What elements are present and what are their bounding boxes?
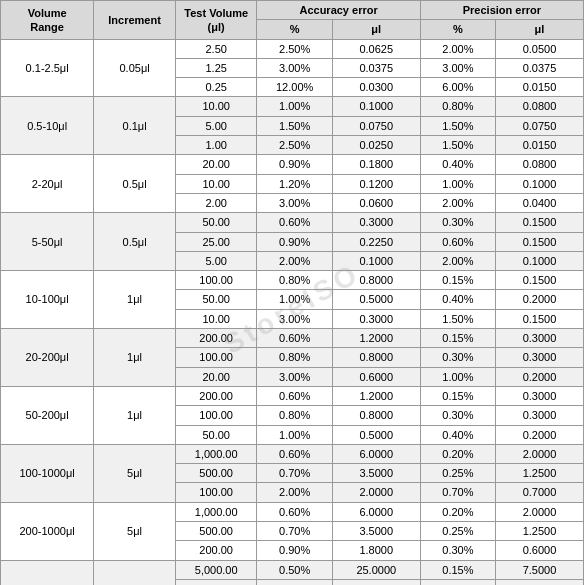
pre-ul-cell: 0.2000 xyxy=(496,290,584,309)
acc-pct-cell: 0.90% xyxy=(257,541,332,560)
increment-cell: 0.05μl xyxy=(94,39,176,97)
acc-pct-cell: 0.50% xyxy=(257,560,332,579)
volume-cell: 1,000.00 xyxy=(175,502,257,521)
pre-pct-cell: 2.00% xyxy=(420,251,495,270)
volume-cell: 200.00 xyxy=(175,541,257,560)
volume-cell: 5.00 xyxy=(175,116,257,135)
acc-ul-cell: 0.1000 xyxy=(332,97,420,116)
pre-ul-cell: 7.5000 xyxy=(496,579,584,585)
pre-ul-cell: 0.0800 xyxy=(496,97,584,116)
pre-pct-cell: 0.20% xyxy=(420,502,495,521)
pre-pct-cell: 2.00% xyxy=(420,39,495,58)
volume-cell: 10.00 xyxy=(175,97,257,116)
pre-pct-cell: 0.40% xyxy=(420,425,495,444)
table-row: 10-100μl1μl100.000.80%0.80000.15%0.1500 xyxy=(1,271,584,290)
acc-pct-cell: 3.00% xyxy=(257,58,332,77)
acc-ul-cell: 0.8000 xyxy=(332,406,420,425)
pre-pct-cell: 0.30% xyxy=(420,348,495,367)
range-cell: 100-1000μl xyxy=(1,444,94,502)
header-volume-range: Volume Range xyxy=(1,1,94,40)
volume-cell: 50.00 xyxy=(175,213,257,232)
pre-ul-cell: 2.0000 xyxy=(496,502,584,521)
acc-ul-cell: 6.0000 xyxy=(332,444,420,463)
acc-pct-cell: 0.60% xyxy=(257,213,332,232)
pre-pct-cell: 1.50% xyxy=(420,309,495,328)
acc-pct-cell: 1.00% xyxy=(257,425,332,444)
range-cell: 5-50μl xyxy=(1,213,94,271)
pre-pct-cell: 0.60% xyxy=(420,232,495,251)
pre-pct-cell: 1.00% xyxy=(420,174,495,193)
pre-pct-cell: 6.00% xyxy=(420,78,495,97)
acc-pct-cell: 2.00% xyxy=(257,483,332,502)
pre-ul-cell: 7.5000 xyxy=(496,560,584,579)
volume-cell: 100.00 xyxy=(175,483,257,502)
pre-pct-cell: 0.80% xyxy=(420,97,495,116)
volume-cell: 100.00 xyxy=(175,348,257,367)
acc-ul-cell: 1.2000 xyxy=(332,329,420,348)
acc-pct-cell: 0.80% xyxy=(257,348,332,367)
acc-pct-cell: 0.60% xyxy=(257,329,332,348)
acc-pct-cell: 0.80% xyxy=(257,271,332,290)
pre-pct-cell: 0.70% xyxy=(420,483,495,502)
volume-cell: 20.00 xyxy=(175,155,257,174)
specs-table: Volume Range Increment Test Volume (μl) … xyxy=(0,0,584,585)
acc-ul-cell: 1.2000 xyxy=(332,386,420,405)
volume-cell: 100.00 xyxy=(175,271,257,290)
volume-cell: 2,500.00 xyxy=(175,579,257,585)
acc-pct-cell: 0.60% xyxy=(257,444,332,463)
table-container: StoreISO Volume Range Increment Test Vol… xyxy=(0,0,584,585)
acc-ul-cell: 0.0600 xyxy=(332,193,420,212)
table-row: 200-1000μl5μl1,000.000.60%6.00000.20%2.0… xyxy=(1,502,584,521)
range-cell: 10-100μl xyxy=(1,271,94,329)
acc-pct-cell: 0.80% xyxy=(257,406,332,425)
acc-pct-cell: 1.20% xyxy=(257,174,332,193)
pre-ul-cell: 0.2000 xyxy=(496,425,584,444)
acc-ul-cell: 0.0750 xyxy=(332,116,420,135)
pre-ul-cell: 0.0500 xyxy=(496,39,584,58)
volume-cell: 1,000.00 xyxy=(175,444,257,463)
acc-pct-cell: 1.00% xyxy=(257,290,332,309)
acc-pct-cell: 2.00% xyxy=(257,251,332,270)
acc-ul-cell: 0.6000 xyxy=(332,367,420,386)
acc-pct-cell: 12.00% xyxy=(257,78,332,97)
pre-pct-cell: 0.15% xyxy=(420,386,495,405)
pre-ul-cell: 0.1000 xyxy=(496,174,584,193)
volume-cell: 5.00 xyxy=(175,251,257,270)
range-cell: 2-20μl xyxy=(1,155,94,213)
pre-pct-cell: 0.15% xyxy=(420,560,495,579)
header-precision-group: Precision error xyxy=(420,1,583,20)
acc-ul-cell: 15.0000 xyxy=(332,579,420,585)
volume-cell: 500.00 xyxy=(175,464,257,483)
acc-pct-cell: 1.00% xyxy=(257,97,332,116)
acc-ul-cell: 0.5000 xyxy=(332,290,420,309)
pre-ul-cell: 0.1500 xyxy=(496,232,584,251)
acc-pct-cell: 2.50% xyxy=(257,39,332,58)
pre-pct-cell: 1.00% xyxy=(420,367,495,386)
acc-ul-cell: 0.1800 xyxy=(332,155,420,174)
volume-cell: 500.00 xyxy=(175,522,257,541)
increment-cell: 0.5μl xyxy=(94,213,176,271)
table-row: 2-20μl0.5μl20.000.90%0.18000.40%0.0800 xyxy=(1,155,584,174)
acc-ul-cell: 3.5000 xyxy=(332,464,420,483)
acc-pct-cell: 3.00% xyxy=(257,309,332,328)
volume-cell: 200.00 xyxy=(175,386,257,405)
pre-ul-cell: 0.6000 xyxy=(496,541,584,560)
table-row: 20-200μl1μl200.000.60%1.20000.15%0.3000 xyxy=(1,329,584,348)
pre-ul-cell: 0.1500 xyxy=(496,213,584,232)
pre-pct-cell: 0.15% xyxy=(420,329,495,348)
pre-ul-cell: 0.0150 xyxy=(496,136,584,155)
header-acc-pct: % xyxy=(257,20,332,39)
acc-pct-cell: 0.60% xyxy=(257,502,332,521)
pre-pct-cell: 0.25% xyxy=(420,464,495,483)
pre-ul-cell: 0.0800 xyxy=(496,155,584,174)
acc-pct-cell: 0.70% xyxy=(257,522,332,541)
acc-ul-cell: 0.1200 xyxy=(332,174,420,193)
increment-cell: 5μl xyxy=(94,502,176,560)
pre-pct-cell: 2.00% xyxy=(420,193,495,212)
volume-cell: 10.00 xyxy=(175,309,257,328)
range-cell: 0.5-10μl xyxy=(1,97,94,155)
volume-cell: 1.00 xyxy=(175,136,257,155)
pre-pct-cell: 1.50% xyxy=(420,116,495,135)
acc-ul-cell: 0.0625 xyxy=(332,39,420,58)
header-increment: Increment xyxy=(94,1,176,40)
